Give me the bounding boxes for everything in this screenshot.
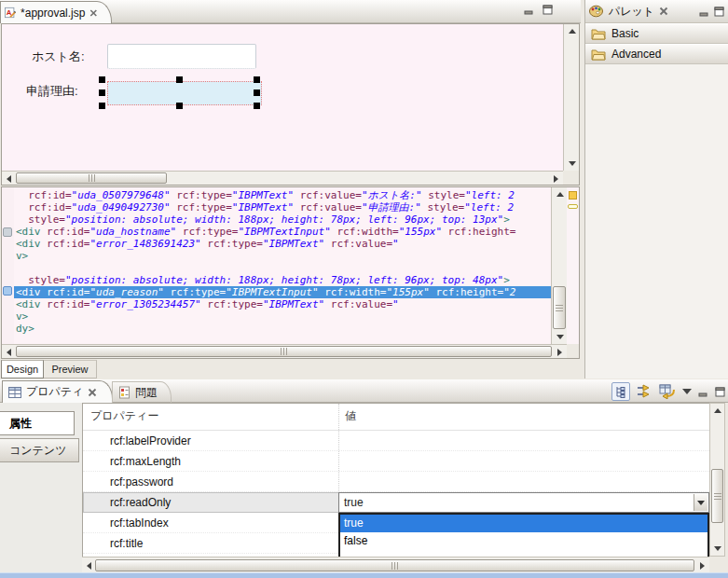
scroll-right-arrow[interactable]: [553, 345, 567, 359]
combo-dropdown-button[interactable]: [694, 494, 707, 511]
hostname-input-widget[interactable]: [107, 44, 256, 69]
scrollbar-thumb[interactable]: [711, 469, 723, 523]
reason-input-widget-selected[interactable]: [107, 81, 262, 105]
selection-handle[interactable]: [254, 89, 260, 96]
editor-tab-bar: A *approval.jsp: [0, 0, 581, 23]
property-name: rcf:title: [83, 537, 143, 550]
show-categories-button[interactable]: [611, 382, 630, 401]
column-header-value[interactable]: 値: [345, 408, 356, 424]
code-line[interactable]: v>: [14, 250, 551, 262]
source-vertical-scrollbar[interactable]: [551, 187, 567, 344]
tab-design[interactable]: Design: [1, 360, 44, 378]
scroll-left-arrow[interactable]: [2, 172, 16, 186]
scroll-left-arrow[interactable]: [82, 558, 96, 572]
margin-marker[interactable]: [3, 227, 12, 237]
selection-handle[interactable]: [99, 89, 105, 96]
properties-horizontal-scrollbar[interactable]: [82, 557, 709, 572]
property-row-rcf-maxLength[interactable]: rcf:maxLength: [83, 451, 709, 472]
code-line[interactable]: <div rcf:id="uda_hostname" rcf:type="IBP…: [14, 226, 551, 238]
design-canvas-pane: ホスト名: 申請理由:: [1, 23, 580, 186]
show-advanced-properties-button[interactable]: [637, 384, 652, 399]
tab-preview[interactable]: Preview: [44, 360, 97, 378]
maximize-icon[interactable]: [714, 7, 724, 17]
dropdown-option-true[interactable]: true: [340, 515, 707, 532]
tab-approval-jsp[interactable]: A *approval.jsp: [0, 1, 112, 23]
window-bottom-edge: [0, 572, 728, 578]
selection-handle[interactable]: [254, 76, 260, 83]
annotation-overview-ruler: [567, 187, 579, 344]
property-row-rcf-password[interactable]: rcf:password: [83, 472, 709, 492]
code-line[interactable]: <div rcf:id="uda_reason" rcf:type="IBPMT…: [14, 286, 551, 298]
code-line[interactable]: rcf:id="uda_0507979648" rcf:type="IBPMTe…: [14, 189, 551, 201]
tab-problems[interactable]: 問題: [112, 381, 172, 403]
code-line[interactable]: style="position: absolute; width: 188px;…: [14, 213, 551, 226]
close-icon[interactable]: [659, 7, 668, 16]
scroll-left-arrow[interactable]: [2, 345, 16, 359]
properties-table: プロパティー 値 rcf:labelProviderrcf:maxLengthr…: [82, 403, 709, 557]
restore-default-value-button[interactable]: [659, 384, 676, 399]
selection-handle[interactable]: [176, 103, 183, 109]
scroll-down-arrow[interactable]: [553, 330, 567, 344]
property-name: rcf:readOnly: [83, 496, 171, 509]
scroll-down-arrow[interactable]: [565, 157, 579, 171]
scrollbar-thumb[interactable]: [16, 346, 552, 357]
palette-group-label: Basic: [611, 27, 639, 40]
minimize-icon[interactable]: [524, 5, 534, 15]
scroll-up-arrow[interactable]: [553, 187, 567, 201]
readonly-value-combo[interactable]: true: [338, 492, 709, 513]
folder-icon: [591, 48, 606, 61]
code-line[interactable]: <div rcf:id="error_1483691423" rcf:type=…: [14, 238, 551, 250]
view-menu-button[interactable]: [682, 389, 692, 394]
selection-handle[interactable]: [99, 103, 105, 109]
palette-group-advanced[interactable]: Advanced: [585, 44, 728, 64]
close-icon[interactable]: [88, 388, 97, 397]
maximize-icon[interactable]: [543, 5, 553, 15]
design-vertical-scrollbar[interactable]: [563, 24, 579, 171]
maximize-icon[interactable]: [715, 387, 725, 397]
annotation-marker[interactable]: [569, 191, 577, 200]
selection-handle[interactable]: [176, 76, 183, 83]
triangle-down-icon: [697, 501, 705, 505]
design-canvas[interactable]: ホスト名: 申請理由:: [2, 24, 563, 171]
annotation-range-marker[interactable]: [568, 204, 578, 209]
property-name: rcf:tabIndex: [83, 516, 169, 530]
scroll-right-arrow[interactable]: [695, 558, 709, 572]
property-row-rcf-labelProvider[interactable]: rcf:labelProvider: [83, 431, 709, 451]
side-tab-contents[interactable]: コンテンツ: [0, 438, 79, 462]
tab-properties[interactable]: プロパティ: [2, 380, 113, 403]
properties-view-icon: [8, 387, 21, 398]
code-line[interactable]: dy>: [14, 323, 551, 335]
scrollbar-thumb[interactable]: [95, 559, 694, 571]
scroll-up-arrow[interactable]: [565, 24, 579, 38]
scroll-right-arrow[interactable]: [549, 172, 563, 186]
code-line[interactable]: style="position: absolute; width: 188px;…: [14, 274, 551, 286]
scroll-up-arrow[interactable]: [710, 404, 724, 418]
design-horizontal-scrollbar[interactable]: [2, 171, 563, 185]
selection-handle[interactable]: [254, 103, 260, 109]
dropdown-option-false[interactable]: false: [340, 532, 707, 550]
close-icon[interactable]: [89, 8, 98, 18]
minimize-icon[interactable]: [698, 387, 708, 397]
code-line[interactable]: rcf:id="uda_0490492730" rcf:type="IBPMTe…: [14, 201, 551, 213]
side-tab-attributes[interactable]: 属性: [0, 411, 75, 435]
tree-icon: [614, 385, 627, 398]
selection-handle[interactable]: [99, 76, 105, 83]
editor-tab-label: *approval.jsp: [21, 7, 85, 20]
minimize-icon[interactable]: [699, 7, 709, 17]
code-line[interactable]: v>: [14, 310, 551, 323]
triangle-down-icon: [682, 389, 692, 394]
properties-vertical-scrollbar[interactable]: [709, 403, 725, 557]
field-label-reason: 申請理由:: [26, 83, 78, 100]
palette-header: パレット: [585, 0, 728, 23]
margin-marker-selected[interactable]: [3, 286, 12, 296]
column-header-property[interactable]: プロパティー: [90, 408, 158, 424]
scrollbar-thumb[interactable]: [553, 286, 566, 329]
source-code-area[interactable]: rcf:id="uda_0507979648" rcf:type="IBPMTe…: [14, 189, 551, 344]
properties-table-header: プロパティー 値: [83, 404, 709, 431]
code-line[interactable]: <div rcf:id="error_1305234457" rcf:type=…: [14, 298, 551, 310]
scroll-down-arrow[interactable]: [710, 542, 724, 556]
code-line[interactable]: [14, 262, 551, 274]
source-horizontal-scrollbar[interactable]: [2, 344, 567, 358]
palette-group-basic[interactable]: Basic: [585, 23, 728, 44]
scrollbar-thumb[interactable]: [16, 172, 167, 184]
